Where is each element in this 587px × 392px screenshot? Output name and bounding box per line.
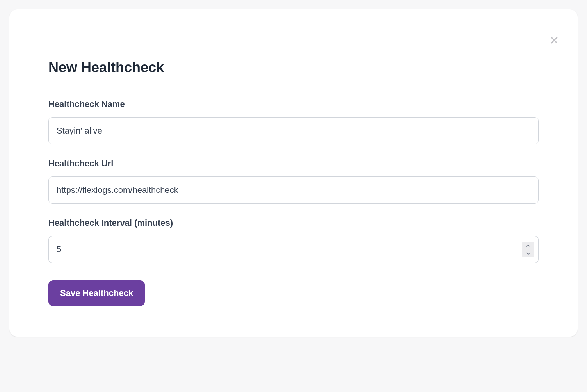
- new-healthcheck-card: New Healthcheck Healthcheck Name Healthc…: [9, 9, 578, 337]
- number-stepper[interactable]: [522, 242, 534, 257]
- form-group-interval: Healthcheck Interval (minutes): [48, 218, 539, 263]
- name-label: Healthcheck Name: [48, 99, 539, 109]
- interval-label: Healthcheck Interval (minutes): [48, 218, 539, 228]
- chevron-up-icon: [522, 242, 534, 249]
- chevron-down-icon: [522, 249, 534, 257]
- url-input[interactable]: [48, 176, 539, 204]
- url-label: Healthcheck Url: [48, 159, 539, 169]
- modal-title: New Healthcheck: [48, 59, 539, 76]
- form-group-url: Healthcheck Url: [48, 159, 539, 204]
- close-button[interactable]: [546, 33, 562, 48]
- name-input[interactable]: [48, 117, 539, 144]
- interval-input[interactable]: [48, 236, 539, 263]
- form-group-name: Healthcheck Name: [48, 99, 539, 144]
- save-button[interactable]: Save Healthcheck: [48, 280, 145, 306]
- close-icon: [549, 35, 560, 47]
- interval-input-wrapper: [48, 236, 539, 263]
